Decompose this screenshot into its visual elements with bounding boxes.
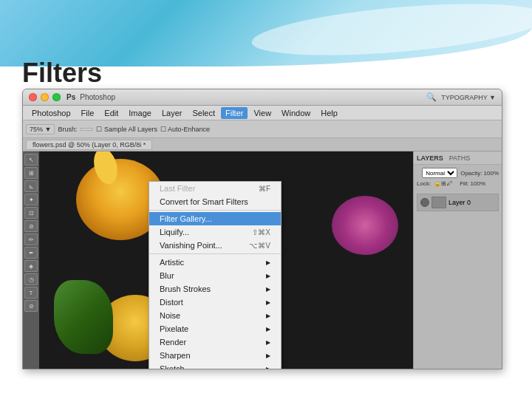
menu-select[interactable]: Select [188,107,219,119]
background-wave [0,0,532,66]
layer-visibility-icon[interactable] [420,198,429,207]
filter-last-filter[interactable]: Last Filter ⌘F [149,182,281,195]
filter-noise[interactable]: Noise [149,309,281,322]
opacity-value: 100% [484,170,499,177]
tool-eraser[interactable]: ◈ [24,260,38,272]
blend-mode-select[interactable]: Normal [422,168,457,178]
filter-sharpen[interactable]: Sharpen [149,349,281,362]
canvas-area[interactable]: Last Filter ⌘F Convert for Smart Filters… [39,151,413,369]
tool-gradient[interactable]: ◷ [24,273,38,285]
lock-label: Lock: [417,180,431,187]
filter-vanishing-point[interactable]: Vanishing Point... ⌥⌘V [149,239,281,252]
brush-selector[interactable] [80,128,93,131]
filter-distort[interactable]: Distort [149,296,281,309]
menu-layer[interactable]: Layer [157,107,187,119]
window-title: Photoshop [80,93,115,101]
tool-eyedropper[interactable]: ⊘ [24,220,38,232]
lock-icons: 🔒⊞🖊 [434,180,452,187]
close-button[interactable] [29,93,37,101]
typography-label[interactable]: TYPOGRAPHY ▼ [441,94,496,101]
menu-help[interactable]: Help [316,107,342,119]
flower-pink [332,196,398,255]
layer-0-item[interactable]: Layer 0 [417,194,499,211]
menu-image[interactable]: Image [124,107,156,119]
filter-convert-smart[interactable]: Convert for Smart Filters [149,195,281,208]
paths-label: PATHS [449,154,471,162]
tool-clone[interactable]: ✒ [24,247,38,259]
filter-dropdown-menu: Last Filter ⌘F Convert for Smart Filters… [149,181,282,369]
zoom-select[interactable]: 75% ▼ [26,124,55,134]
tool-text[interactable]: T [24,287,38,299]
menu-window[interactable]: Window [277,107,315,119]
layers-panel-header: LAYERS PATHS [414,151,502,165]
document-tabs: flowers.psd @ 50% (Layer 0, RGB/8i * [23,138,502,151]
menu-edit[interactable]: Edit [100,107,123,119]
filter-liquify[interactable]: Liquify... ⇧⌘X [149,225,281,239]
right-panels: LAYERS PATHS Normal Opacity: 100% Lock: … [413,151,502,369]
tools-panel: ↖ ⊞ ⊾ ✦ ⊡ ⊘ ✏ ✒ ◈ ◷ T ⊘ [23,151,39,369]
titlebar: Ps Photoshop 🔍 TYPOGRAPHY ▼ [23,89,502,106]
fill-label: Fill: [460,180,468,187]
document-tab[interactable]: flowers.psd @ 50% (Layer 0, RGB/8i * [26,140,152,150]
menu-photoshop[interactable]: Photoshop [27,107,75,119]
layer-controls: Normal Opacity: 100% Lock: 🔒⊞🖊 Fill: 100… [414,165,502,192]
window-controls [29,93,61,101]
filter-gallery[interactable]: Filter Gallery... [149,212,281,225]
filter-blur[interactable]: Blur [149,269,281,282]
layer-thumbnail [432,197,446,208]
photoshop-window: Ps Photoshop 🔍 TYPOGRAPHY ▼ Photoshop Fi… [22,89,502,369]
minimize-button[interactable] [41,93,49,101]
menu-view[interactable]: View [249,107,276,119]
search-icon[interactable]: 🔍 [426,92,437,102]
maximize-button[interactable] [52,93,61,101]
layer-name: Layer 0 [449,199,471,206]
filter-sketch[interactable]: Sketch [149,362,281,369]
main-content: ↖ ⊞ ⊾ ✦ ⊡ ⊘ ✏ ✒ ◈ ◷ T ⊘ Last Filter ⌘F [23,151,502,369]
tool-magic-wand[interactable]: ✦ [24,194,38,205]
filter-artistic[interactable]: Artistic [149,256,281,269]
fill-value: 100% [471,180,485,187]
tool-crop[interactable]: ⊡ [24,207,38,219]
tool-pen[interactable]: ⊘ [24,300,38,312]
filter-brush-strokes[interactable]: Brush Strokes [149,282,281,296]
menubar: Photoshop File Edit Image Layer Select F… [23,106,502,120]
brush-label: Brush: [58,126,77,133]
separator-2 [149,253,281,254]
menu-filter[interactable]: Filter [221,107,248,119]
blend-mode-row: Normal Opacity: 100% [417,168,499,178]
page-title: Filters [22,58,102,89]
auto-enhance-label: ☐ Auto-Enhance [160,126,210,133]
tool-move[interactable]: ↖ [24,154,38,166]
app-logo: Ps [66,93,75,101]
flower-green-bud [54,280,113,354]
filter-pixelate[interactable]: Pixelate [149,322,281,335]
tool-select[interactable]: ⊞ [24,167,38,179]
menu-file[interactable]: File [77,107,99,119]
separator-1 [149,210,281,211]
opacity-label: Opacity: [460,170,482,177]
tool-lasso[interactable]: ⊾ [24,180,38,192]
options-bar: 75% ▼ Brush: ☐ Sample All Layers ☐ Auto-… [23,120,502,138]
sample-all-label: ☐ Sample All Layers [96,126,157,133]
filter-render[interactable]: Render [149,335,281,349]
lock-row: Lock: 🔒⊞🖊 Fill: 100% [417,180,499,187]
layers-label: LAYERS [417,154,443,162]
tool-brush[interactable]: ✏ [24,233,38,245]
